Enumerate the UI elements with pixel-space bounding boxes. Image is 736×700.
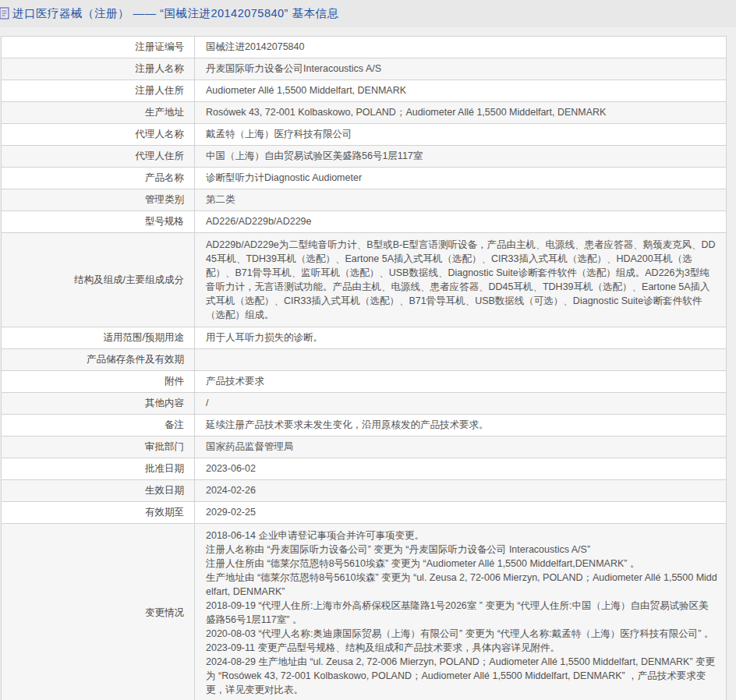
row-label: 批准日期	[2, 458, 195, 480]
row-value: AD229b/AD229e为二型纯音听力计、B型或B-E型言语测听设备，产品由主…	[195, 233, 727, 327]
row-label: 注册证编号	[2, 37, 195, 58]
row-value-line: 用于人耳听力损失的诊断。	[206, 332, 718, 344]
row-value: Audiometer Allé 1,5500 Middelfart, DENMA…	[195, 80, 727, 102]
table-row: 代理人名称戴孟特（上海）医疗科技有限公司	[2, 124, 727, 146]
row-value: 戴孟特（上海）医疗科技有限公司	[195, 124, 727, 146]
row-value-line: 产品技术要求	[206, 376, 718, 387]
row-value	[195, 349, 727, 371]
table-row: 批准日期2023-06-02	[2, 458, 727, 480]
row-label: 注册人住所	[2, 80, 195, 102]
table-row: 注册人住所Audiometer Allé 1,5500 Middelfart, …	[2, 80, 727, 102]
row-label: 附件	[2, 371, 195, 393]
table-row: 代理人住所中国（上海）自由贸易试验区美盛路56号1层117室	[2, 146, 727, 168]
row-value-line: 2018-09-19 “代理人住所:上海市外高桥保税区基隆路1号2026室 ” …	[206, 599, 718, 627]
table-row: 生效日期2024-02-26	[2, 480, 727, 502]
table-row: 其他内容/	[2, 393, 727, 415]
table-row: 附件产品技术要求	[2, 371, 727, 393]
row-value-line: 戴孟特（上海）医疗科技有限公司	[206, 129, 718, 140]
row-value: 丹麦国际听力设备公司Interacoustics A/S	[195, 58, 727, 80]
row-value-line: Rosówek 43, 72-001 Kolbaskowo, POLAND；Au…	[206, 107, 718, 118]
page-header: 进口医疗器械（注册） —— “国械注进20142075840” 基本信息	[0, 0, 736, 27]
row-value-line: 2024-02-26	[206, 485, 718, 497]
row-label: 型号规格	[2, 211, 195, 233]
row-label: 注册人名称	[2, 58, 195, 80]
row-value: AD226/AD229b/AD229e	[195, 211, 727, 233]
row-value: 2023-06-02	[195, 458, 727, 480]
row-value-line: 2029-02-25	[206, 507, 718, 518]
row-value: Rosówek 43, 72-001 Kolbaskowo, POLAND；Au…	[195, 102, 727, 124]
row-value: 第二类	[195, 189, 727, 211]
row-value: 2029-02-25	[195, 502, 727, 524]
registration-info-table: 注册证编号国械注进20142075840注册人名称丹麦国际听力设备公司Inter…	[1, 36, 727, 700]
row-value-line	[206, 354, 718, 366]
table-row: 适用范围/预期用途用于人耳听力损失的诊断。	[2, 327, 727, 349]
table-row: 生产地址Rosówek 43, 72-001 Kolbaskowo, POLAN…	[2, 102, 727, 124]
table-row: 型号规格AD226/AD229b/AD229e	[2, 211, 727, 233]
table-body: 注册证编号国械注进20142075840注册人名称丹麦国际听力设备公司Inter…	[2, 37, 727, 700]
document-icon	[0, 7, 10, 20]
row-value-line: 2023-09-11 变更产品型号规格、结构及组成和产品技术要求，具体内容详见附…	[206, 641, 718, 655]
row-label: 生效日期	[2, 480, 195, 502]
row-value: 国家药品监督管理局	[195, 437, 727, 458]
row-value-line: 国械注进20142075840	[206, 41, 718, 53]
row-label: 审批部门	[2, 437, 195, 458]
row-value: 2024-02-26	[195, 480, 727, 502]
row-value: 产品技术要求	[195, 371, 727, 393]
table-row: 结构及组成/主要组成成分AD229b/AD229e为二型纯音听力计、B型或B-E…	[2, 233, 727, 327]
row-label: 变更情况	[2, 524, 195, 700]
row-value-line: 注册人名称由 “丹麦国际听力设备公司” 变更为 “丹麦国际听力设备公司 Inte…	[206, 543, 718, 557]
row-label: 结构及组成/主要组成成分	[2, 233, 195, 327]
table-row: 注册人名称丹麦国际听力设备公司Interacoustics A/S	[2, 58, 727, 80]
row-value-line: 2020-08-03 “代理人名称:奥迪康国际贸易（上海）有限公司” 变更为 “…	[206, 627, 718, 641]
row-value: 中国（上海）自由贸易试验区美盛路56号1层117室	[195, 146, 727, 168]
table-row: 有效期至2029-02-25	[2, 502, 727, 524]
table-row: 备注延续注册产品技术要求未发生变化，沿用原核发的产品技术要求。	[2, 415, 727, 437]
row-value-line: 延续注册产品技术要求未发生变化，沿用原核发的产品技术要求。	[206, 419, 718, 431]
table-row: 审批部门国家药品监督管理局	[2, 437, 727, 458]
row-value-line: AD226/AD229b/AD229e	[206, 216, 718, 228]
row-value-line: /	[206, 398, 718, 409]
row-value-line: 诊断型听力计Diagnostic Audiometer	[206, 172, 718, 184]
row-label: 代理人住所	[2, 146, 195, 168]
table-row: 管理类别第二类	[2, 189, 727, 211]
row-value-line: 丹麦国际听力设备公司Interacoustics A/S	[206, 63, 718, 75]
row-value: /	[195, 393, 727, 415]
row-label: 产品名称	[2, 168, 195, 189]
row-label: 备注	[2, 415, 195, 437]
row-value: 延续注册产品技术要求未发生变化，沿用原核发的产品技术要求。	[195, 415, 727, 437]
row-value: 国械注进20142075840	[195, 37, 727, 58]
row-value: 2018-06-14 企业申请登记事项合并许可事项变更。注册人名称由 “丹麦国际…	[195, 524, 727, 700]
table-row: 注册证编号国械注进20142075840	[2, 37, 727, 58]
row-value-line: 生产地址由 “德莱尔范恩特8号5610埃森” 变更为 “ul. Zeusa 2,…	[206, 571, 718, 599]
row-label: 有效期至	[2, 502, 195, 524]
row-value-line: 国家药品监督管理局	[206, 441, 718, 453]
row-value-line: 2023-06-02	[206, 463, 718, 475]
row-value-line: 第二类	[206, 194, 718, 206]
table-row: 变更情况2018-06-14 企业申请登记事项合并许可事项变更。注册人名称由 “…	[2, 524, 727, 700]
row-value: 用于人耳听力损失的诊断。	[195, 327, 727, 349]
row-label: 其他内容	[2, 393, 195, 415]
row-value-line: 2018-06-14 企业申请登记事项合并许可事项变更。	[206, 529, 718, 543]
row-value-line: AD229b/AD229e为二型纯音听力计、B型或B-E型言语测听设备，产品由主…	[206, 238, 718, 322]
row-value-line: 注册人住所由 “德莱尔范恩特8号5610埃森” 变更为 “Audiometer …	[206, 557, 718, 571]
row-label: 产品储存条件及有效期	[2, 349, 195, 371]
row-value-line: 2024-08-29 生产地址由 “ul. Zeusa 2, 72-006 Mi…	[206, 655, 718, 697]
row-label: 代理人名称	[2, 124, 195, 146]
table-row: 产品储存条件及有效期	[2, 349, 727, 371]
table-row: 产品名称诊断型听力计Diagnostic Audiometer	[2, 168, 727, 189]
row-value-line: Audiometer Allé 1,5500 Middelfart, DENMA…	[206, 85, 718, 97]
row-value-line: 中国（上海）自由贸易试验区美盛路56号1层117室	[206, 150, 718, 162]
row-label: 生产地址	[2, 102, 195, 124]
page-title: 进口医疗器械（注册） —— “国械注进20142075840” 基本信息	[12, 6, 338, 21]
row-value: 诊断型听力计Diagnostic Audiometer	[195, 168, 727, 189]
row-label: 适用范围/预期用途	[2, 327, 195, 349]
row-label: 管理类别	[2, 189, 195, 211]
registration-info: 注册证编号国械注进20142075840注册人名称丹麦国际听力设备公司Inter…	[1, 36, 727, 700]
